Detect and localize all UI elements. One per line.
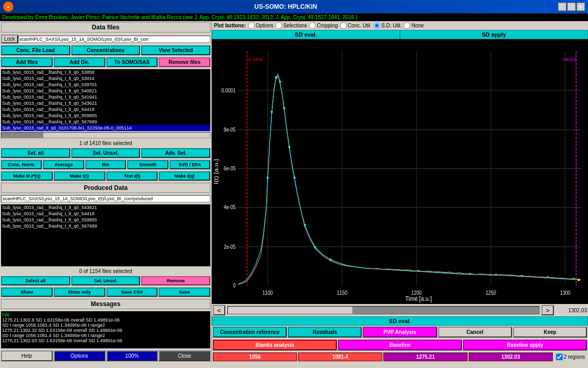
minimize-button[interactable]: _ (558, 3, 566, 11)
concentration-reference-button[interactable]: Concentration reference (213, 327, 287, 338)
residuals-label: Residuals (313, 329, 337, 335)
remove-button[interactable]: Remove (141, 276, 210, 285)
view-selected-button[interactable]: View Selected (141, 45, 210, 55)
range-input-3[interactable]: 1275.21 (383, 353, 468, 361)
make-q-button[interactable]: Make I(q) (159, 171, 210, 181)
cancel-button[interactable]: Cancel (438, 327, 512, 338)
range-input-4[interactable]: 1302.03 (469, 353, 553, 361)
close-button[interactable]: × (577, 3, 585, 11)
svg-text:1200: 1200 (411, 290, 422, 296)
svg-text:1250: 1250 (486, 290, 496, 296)
subtitle-bar: Developed by Emre Brookes, Javier Pérez,… (0, 13, 588, 21)
file-list[interactable]: Sub_lyso_0015_rad__lhashq_t_lt_q0_53858S… (1, 69, 210, 131)
radio-none[interactable] (404, 22, 410, 29)
conc-file-load-button[interactable]: Conc. File Load (1, 45, 70, 55)
radio-none-label: None (404, 22, 424, 29)
concentrations-button[interactable]: Concentrations (71, 45, 141, 55)
pvp-analysis-button[interactable]: PVP Analysis (363, 327, 437, 338)
blanks-analysis-button[interactable]: Blanks analysis (213, 340, 337, 350)
show-only-button[interactable]: Show only (54, 287, 105, 297)
residuals-button[interactable]: Residuals (288, 327, 362, 338)
bin-button[interactable]: Bin (85, 160, 126, 169)
scroll-thumb[interactable] (228, 307, 352, 314)
file-list-item[interactable]: Sub_lyso_0015_rad__lhashq_t_lt_q0_54418 (1, 106, 210, 113)
scroll-track[interactable] (227, 306, 539, 314)
average-button[interactable]: Average (43, 160, 84, 169)
smooth-button[interactable]: Smooth (127, 160, 168, 169)
chart-area[interactable]: I(t) [a.u.] Time [a.u.] (212, 39, 588, 304)
messages-log: File 1275.21:1302.8 SD 1.63158e-06 overa… (1, 311, 210, 348)
remove-files-button[interactable]: Remove files (159, 57, 210, 67)
make-if-button[interactable]: Make I#,I*(q) (1, 171, 53, 181)
svg-point-37 (330, 259, 332, 261)
adv-sel-button[interactable]: Adv. Sel. (141, 148, 210, 158)
percent-button[interactable]: 100% (106, 350, 158, 361)
svd-efa-button[interactable]: SVD / EFA (169, 160, 210, 169)
svg-point-36 (314, 246, 316, 249)
file-list-item[interactable]: Sub_lyso_0015_rad__lhashq_t_lt_q0_53858 (1, 69, 210, 75)
radio-selections[interactable] (275, 22, 282, 29)
help-button[interactable]: Help (1, 350, 53, 361)
file-list-item[interactable]: Sub_lyso_0015_rad__lhashq_t_lt_q0_53914 (1, 75, 210, 82)
file-list-item[interactable]: Sub_lyso_0015_rad__lhashq_t_lt_q0_559855 (1, 113, 210, 119)
file-list-item[interactable]: Sub_lyso_0015_rad__lhashq_t_lt_q0_540821 (1, 88, 210, 94)
regions-checkbox[interactable] (556, 354, 563, 360)
sel-unsel-button[interactable]: Sel. Unsel. (71, 148, 141, 158)
file-list-item[interactable]: Sub_lyso_0015_rad__lhashq_t_lt_q0_539701 (1, 82, 210, 88)
buttons-row1: Conc. File Load Concentrations View Sele… (1, 45, 210, 55)
produced-count-label: 0 of 1154 files selected (0, 267, 211, 275)
range-input-1[interactable]: 1056 (213, 353, 297, 361)
add-dir-button[interactable]: Add Dir. (54, 57, 105, 67)
produced-list-item[interactable]: Sub_lyso_0015_rad__lhashq_t_lt_q0_567689 (1, 223, 210, 229)
svg-point-33 (288, 146, 290, 148)
cropping-label: Cropping (317, 23, 338, 28)
conc-ref-label: Concentration reference (220, 329, 280, 335)
to-somo-sas-button[interactable]: To SOMO/SAS (106, 57, 158, 67)
file-list-item[interactable]: Sub_lyso_0015_rad__lhashq_t_lt_q0_567689 (1, 119, 210, 125)
radio-cropping[interactable] (309, 22, 316, 29)
produced-list-item[interactable]: Sub_lyso_0015_rad__lhashq_t_lt_q0_543621 (1, 204, 210, 211)
radio-sd-util[interactable] (374, 22, 380, 29)
select-all-button[interactable]: Select all (1, 276, 70, 285)
sel-all-button[interactable]: Sel. all (1, 148, 70, 158)
file-list-item[interactable]: Sub_lyso_0015_rad__lhashq_t_lt_q0_543621 (1, 100, 210, 106)
produced-data-header: Produced Data (1, 183, 210, 193)
range-input-2[interactable]: 1081.4 (298, 353, 382, 361)
file-list-item[interactable]: Sub_lyso_0015_rad_lt_q0_0101706-bi1_5229… (1, 125, 210, 131)
save-csv-button[interactable]: Save CSV (106, 287, 158, 297)
conc-norm-button[interactable]: Conc. Norm. (1, 160, 42, 169)
maximize-button[interactable]: □ (567, 3, 576, 11)
svg-text:1100: 1100 (262, 290, 273, 296)
keep-button[interactable]: Keep (513, 327, 587, 338)
produced-file-list[interactable]: Sub_lyso_0015_rad__lhashq_t_lt_q0_543621… (1, 204, 210, 266)
file-list-item[interactable]: Sub_lyso_0015_rad__lhashq_t_lt_q0_541941 (1, 94, 210, 100)
produced-list-item[interactable]: Sub_lyso_0015_rad__lhashq_t_lt_q0_54418 (1, 211, 210, 217)
baseline-button[interactable]: Baseline (338, 340, 462, 350)
close-main-button[interactable]: Close (159, 350, 210, 361)
baseline-apply-button[interactable]: Baseline apply (463, 340, 587, 350)
prod-sel-unsel-button[interactable]: Sel. Unsel. (71, 276, 141, 285)
file-list-hscroll[interactable] (1, 132, 210, 138)
test-lt-button[interactable]: Test I(t) (106, 171, 158, 181)
radio-options[interactable] (248, 22, 255, 29)
right-panel: Plot buttons: Options Selections Croppin… (212, 21, 588, 362)
scroll-next-button[interactable]: > (541, 305, 554, 315)
message-item: 1275.21:1302.8 SD 1.63158e-06 overall SD… (2, 317, 209, 323)
radio-conc-util[interactable] (340, 22, 347, 29)
show-button[interactable]: Show (1, 287, 53, 297)
proc-buttons-row: Conc. Norm. Average Bin Smooth SVD / EFA (1, 160, 210, 169)
save-button[interactable]: Save (159, 287, 210, 297)
scroll-value: 1302.03 (556, 308, 587, 313)
scroll-prev-button[interactable]: < (213, 305, 225, 315)
plot-buttons-label: Plot buttons: (214, 23, 246, 28)
produced-list-item[interactable]: Sub_lyso_0015_rad__lhashq_t_lt_q0_559855 (1, 217, 210, 223)
svg-text:8e-05: 8e-05 (224, 126, 236, 133)
regions-check[interactable]: 2 regions (554, 353, 587, 361)
window-controls[interactable]: _ □ × (558, 3, 585, 11)
add-files-button[interactable]: Add files (1, 57, 53, 67)
options-button[interactable]: Options (54, 350, 105, 361)
make-lt-button[interactable]: Make I(t) (54, 171, 105, 181)
svg-text:4e-05: 4e-05 (224, 204, 236, 211)
lock-button[interactable]: Lock (1, 35, 18, 43)
messages-header: Messages (1, 299, 210, 309)
